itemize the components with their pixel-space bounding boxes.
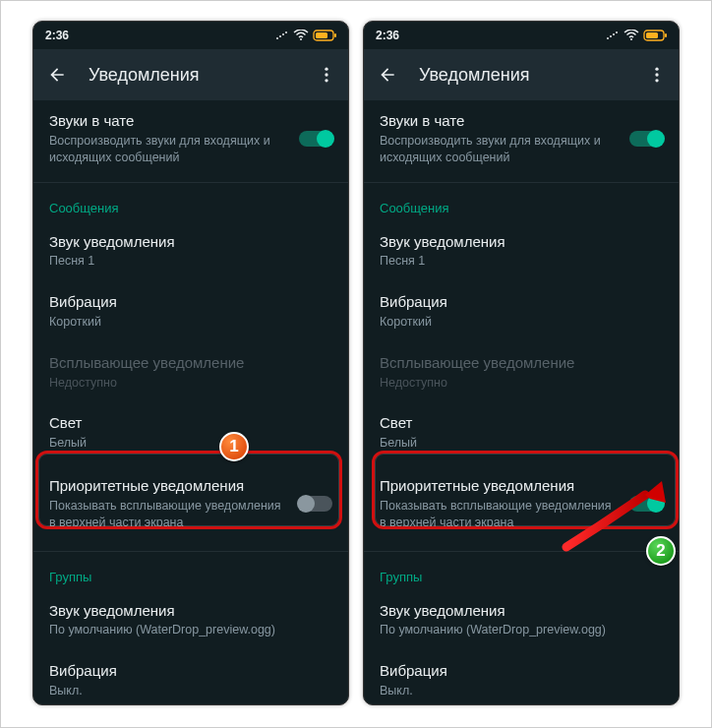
msg-sound-label: Звук уведомления [380,233,663,252]
msg-light-row[interactable]: Свет Белый [33,402,348,463]
section-groups: Группы [364,556,679,590]
grp-sound-row[interactable]: Звук уведомления По умолчанию (WaterDrop… [33,590,348,651]
divider [364,182,679,183]
grp-sound-value: По умолчанию (WaterDrop_preview.ogg) [49,622,332,638]
msg-priority-label: Приоритетные уведомления [49,477,289,496]
msg-priority-toggle-off[interactable] [299,496,332,512]
grp-vibration-row[interactable]: Вибрация Выкл. [364,650,679,704]
svg-point-21 [655,79,658,82]
msg-priority-toggle-on[interactable] [629,496,663,512]
chat-sounds-toggle[interactable] [629,131,663,147]
grp-vibration-row[interactable]: Вибрация Выкл. [33,650,348,704]
back-button[interactable] [374,61,401,89]
grp-sound-value: По умолчанию (WaterDrop_preview.ogg) [380,622,663,638]
msg-vibration-row[interactable]: Вибрация Короткий [364,281,679,342]
status-bar: 2:36 [364,22,679,49]
msg-priority-row[interactable]: Приоритетные уведомления Показывать вспл… [364,463,679,547]
grp-vibration-label: Вибрация [49,662,332,681]
section-messages: Сообщения [364,187,679,221]
msg-popup-label: Всплывающее уведомление [380,354,663,373]
divider [33,551,348,552]
grp-sound-label: Звук уведомления [49,602,332,621]
status-icons [275,30,336,41]
svg-point-1 [279,35,281,37]
svg-point-9 [325,73,327,76]
more-button[interactable] [643,61,671,89]
svg-point-20 [655,73,658,76]
wifi-icon [623,30,639,41]
back-button[interactable] [43,61,71,89]
app-bar: Уведомления [33,49,348,100]
status-icons [606,30,667,41]
chat-sounds-row[interactable]: Звуки в чате Воспроизводить звуки для вх… [364,100,679,178]
svg-point-15 [630,38,632,40]
msg-priority-label: Приоритетные уведомления [380,477,620,496]
chat-sounds-label: Звуки в чате [380,112,620,131]
status-bar: 2:36 [33,22,348,49]
page-title: Уведомления [419,65,625,86]
more-vert-icon [647,65,667,85]
svg-rect-17 [646,32,658,38]
arrow-back-icon [47,65,67,85]
divider [33,182,348,183]
svg-point-8 [325,68,327,71]
app-bar: Уведомления [364,49,679,100]
msg-light-label: Свет [380,414,663,433]
divider [364,551,679,552]
more-vert-icon [317,65,336,85]
svg-rect-18 [665,33,667,37]
svg-rect-6 [316,32,327,38]
phone-right: 2:36 Уведомления Звуки в чате Воспроизво… [363,21,680,705]
msg-popup-label: Всплывающее уведомление [49,354,332,373]
page-title: Уведомления [89,65,295,86]
svg-point-19 [655,68,658,71]
step-badge-2: 2 [646,536,676,566]
chat-sounds-toggle[interactable] [299,131,332,147]
svg-point-12 [610,35,612,37]
msg-popup-value: Недоступно [49,375,332,392]
msg-vibration-value: Короткий [49,314,332,331]
msg-sound-label: Звук уведомления [49,233,332,252]
grp-sound-label: Звук уведомления [380,602,663,621]
more-button[interactable] [313,61,340,89]
step-badge-1: 1 [219,432,249,461]
section-messages: Сообщения [33,187,348,221]
grp-vibration-value: Выкл. [49,683,332,699]
settings-list: Звуки в чате Воспроизводить звуки для вх… [364,100,679,704]
svg-rect-7 [334,33,336,37]
chat-sounds-sub: Воспроизводить звуки для входящих и исхо… [380,133,620,166]
chat-sounds-label: Звуки в чате [49,112,289,131]
wifi-icon [293,30,309,41]
msg-light-value: Белый [380,435,663,452]
msg-popup-row: Всплывающее уведомление Недоступно [364,342,679,403]
settings-list: Звуки в чате Воспроизводить звуки для вх… [33,100,348,704]
msg-popup-value: Недоступно [380,375,663,392]
status-time: 2:36 [45,29,69,42]
msg-sound-row[interactable]: Звук уведомления Песня 1 [364,221,679,282]
svg-point-11 [607,37,609,39]
msg-priority-sub: Показывать всплывающие уведомления в вер… [380,498,620,531]
section-groups: Группы [33,556,348,590]
msg-vibration-value: Короткий [380,314,663,331]
msg-priority-sub: Показывать всплывающие уведомления в вер… [49,498,289,531]
svg-point-14 [616,31,618,33]
dots-icon [275,30,289,40]
msg-sound-value: Песня 1 [380,253,663,270]
msg-vibration-label: Вибрация [380,293,663,312]
svg-point-4 [300,38,302,40]
arrow-back-icon [378,65,397,85]
msg-vibration-row[interactable]: Вибрация Короткий [33,281,348,342]
msg-priority-row[interactable]: Приоритетные уведомления Показывать вспл… [33,463,348,547]
svg-point-2 [282,33,284,35]
chat-sounds-sub: Воспроизводить звуки для входящих и исхо… [49,133,289,166]
svg-point-0 [276,37,278,39]
msg-light-row[interactable]: Свет Белый [364,402,679,463]
msg-vibration-label: Вибрация [49,293,332,312]
svg-point-10 [325,79,327,82]
msg-light-label: Свет [49,414,332,433]
chat-sounds-row[interactable]: Звуки в чате Воспроизводить звуки для вх… [33,100,348,178]
msg-light-value: Белый [49,435,332,452]
grp-sound-row[interactable]: Звук уведомления По умолчанию (WaterDrop… [364,590,679,651]
phone-left: 2:36 Уведомления Звуки в чате Воспроизво… [32,21,349,705]
msg-sound-row[interactable]: Звук уведомления Песня 1 [33,221,348,282]
